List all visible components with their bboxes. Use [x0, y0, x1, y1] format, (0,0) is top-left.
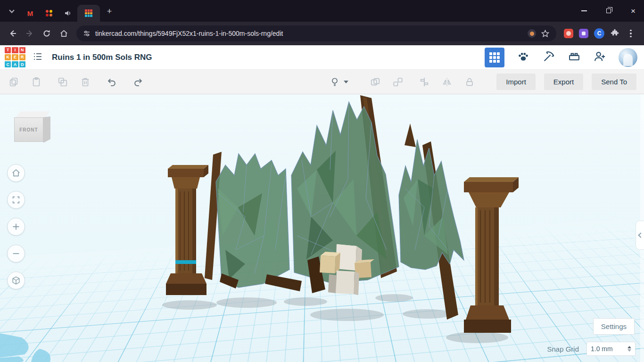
design-title[interactable]: Ruins 1 in 500m Sols RNG [52, 53, 152, 62]
home-icon [59, 29, 68, 38]
zoom-in-button[interactable] [7, 218, 25, 236]
sim-lab-button[interactable] [517, 50, 530, 65]
chevron-down-icon [9, 8, 14, 13]
perspective-toggle-button[interactable] [7, 272, 25, 289]
extension-red-icon[interactable] [564, 29, 573, 38]
snap-grid-row: Snap Grid 1.0 mm [547, 342, 636, 356]
forward-button[interactable] [22, 25, 38, 41]
import-button[interactable]: Import [496, 74, 536, 90]
tab-search-button[interactable] [5, 4, 19, 18]
window-controls: × [578, 0, 639, 22]
back-button[interactable] [5, 25, 21, 41]
shadows [162, 294, 508, 343]
chevron-left-icon [638, 232, 643, 238]
copy-button[interactable] [8, 76, 20, 88]
gmail-icon: M [27, 9, 33, 17]
lock-button[interactable] [463, 76, 476, 88]
ribbon-action-buttons: Import Export Send To [496, 74, 636, 90]
view-cube-right-face[interactable] [43, 116, 50, 143]
list-icon [32, 51, 43, 62]
tinkercad-header: TIN KER CAD Ruins 1 in 500m Sols RNG [0, 45, 644, 70]
logo-tile: N [19, 47, 25, 53]
profile-avatar-letter[interactable]: C [594, 28, 604, 39]
extensions-puzzle-icon[interactable] [610, 29, 619, 38]
zoom-out-button[interactable] [7, 245, 25, 263]
extension-icons: C [561, 28, 639, 39]
browser-menu-icon[interactable] [625, 28, 636, 39]
tab-audio[interactable] [58, 5, 77, 22]
show-all-button[interactable] [329, 76, 341, 88]
tab-gmail[interactable]: M [21, 5, 40, 22]
duplicate-button[interactable] [57, 76, 69, 88]
minimize-button[interactable] [578, 5, 590, 17]
browser-window: M + × [0, 0, 644, 362]
column-left[interactable] [166, 165, 208, 295]
logo-tile: C [5, 61, 11, 67]
logo-tile: D [19, 61, 25, 67]
mirror-icon [442, 77, 452, 87]
paste-icon [31, 77, 41, 87]
send-to-button[interactable]: Send To [592, 74, 636, 90]
logo-tile: R [19, 54, 25, 60]
group-button[interactable] [369, 76, 381, 88]
spinner-carets-icon [627, 346, 631, 352]
column-right[interactable] [464, 177, 519, 333]
extension-purple-icon[interactable] [579, 29, 588, 38]
group-icon [370, 77, 380, 87]
site-settings-icon [83, 30, 91, 37]
fit-view-button[interactable] [7, 191, 25, 209]
home-button[interactable] [56, 25, 72, 41]
browser-titlebar: M + × [0, 0, 644, 22]
fit-view-icon [11, 195, 21, 205]
view-cube-front-face[interactable]: FRONT [14, 117, 43, 142]
bookmark-star-icon[interactable] [541, 29, 550, 38]
snap-grid-value: 1.0 mm [591, 345, 625, 353]
lightbulb-icon [330, 77, 340, 87]
tinkercad-favicon [85, 9, 92, 17]
grid-icon [489, 52, 500, 63]
design-menu-button[interactable] [32, 51, 43, 64]
tab-tinkercad-active[interactable] [77, 5, 100, 22]
snap-grid-select[interactable]: 1.0 mm [586, 342, 636, 356]
undo-button[interactable] [106, 76, 118, 88]
lightbulb-dropdown-caret[interactable] [344, 81, 348, 83]
logo-tile: I [12, 47, 18, 53]
settings-button[interactable]: Settings [593, 318, 635, 335]
restore-button[interactable] [603, 5, 615, 17]
user-avatar[interactable] [619, 48, 637, 67]
crystal-wall-right[interactable] [399, 140, 464, 270]
minecraft-blocks-button[interactable] [542, 50, 555, 65]
trash-icon [80, 77, 91, 87]
panel-expand-handle[interactable] [636, 221, 644, 250]
view-cube[interactable]: FRONT [12, 108, 53, 146]
viewport-3d[interactable]: FRONT Settings [0, 94, 644, 362]
view-cube-top-face[interactable] [15, 111, 50, 118]
share-button[interactable] [593, 50, 606, 65]
crystal-wall-left[interactable] [216, 154, 289, 288]
export-button[interactable]: Export [544, 74, 583, 90]
scene-3d[interactable] [0, 94, 644, 362]
add-person-icon [593, 50, 606, 63]
tinkercad-logo[interactable]: TIN KER CAD [5, 47, 25, 68]
reload-button[interactable] [39, 25, 55, 41]
plus-icon: + [107, 7, 112, 16]
paste-button[interactable] [30, 76, 42, 88]
close-icon: × [631, 7, 636, 15]
align-button[interactable] [418, 76, 430, 88]
address-bar[interactable]: tinkercad.com/things/5949FjX52x1-ruins-1… [76, 25, 556, 41]
close-button[interactable]: × [627, 5, 639, 17]
mirror-button[interactable] [441, 76, 453, 88]
dashboard-grid-button[interactable] [485, 48, 504, 67]
ungroup-icon [393, 77, 403, 87]
delete-button[interactable] [79, 76, 91, 88]
colored-dots-icon [46, 10, 52, 16]
omnibox-status-icon[interactable] [528, 29, 536, 38]
view-home-button[interactable] [7, 164, 25, 182]
new-tab-button[interactable]: + [103, 5, 116, 18]
perspective-cube-icon [11, 276, 21, 285]
redo-button[interactable] [132, 76, 144, 88]
bricks-button[interactable] [568, 50, 581, 65]
back-icon [8, 29, 17, 38]
ungroup-button[interactable] [392, 76, 404, 88]
tab-google-app[interactable] [40, 5, 58, 22]
